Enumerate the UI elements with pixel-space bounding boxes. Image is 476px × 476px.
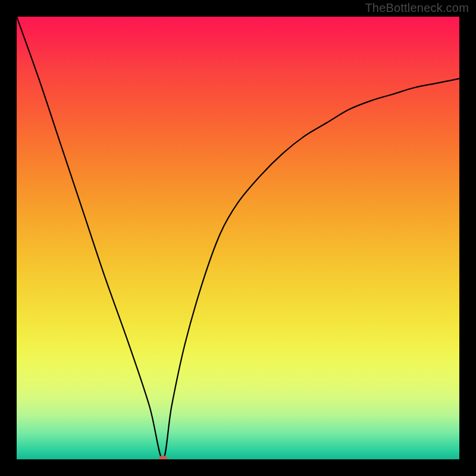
plot-area	[17, 17, 459, 459]
minimum-marker	[159, 456, 167, 459]
chart-frame: TheBottleneck.com	[0, 0, 476, 476]
bottleneck-curve	[17, 17, 459, 459]
curve-svg	[17, 17, 459, 459]
watermark-text: TheBottleneck.com	[365, 1, 469, 15]
